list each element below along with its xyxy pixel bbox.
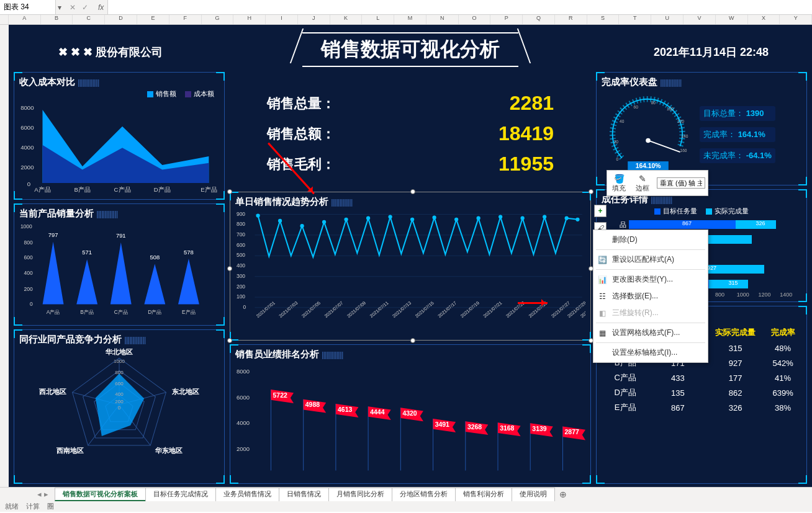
svg-text:4613: 4613 [338, 406, 352, 413]
svg-text:西南地区: 西南地区 [56, 447, 84, 454]
svg-point-85 [575, 218, 579, 221]
chart-trend[interactable]: 9008007006005004003002001000 2021/07/012… [235, 208, 585, 337]
svg-point-72 [300, 224, 304, 228]
svg-point-71 [278, 219, 282, 223]
sheet-tab[interactable]: 业务员销售情况 [215, 488, 279, 501]
fx-label: fx [94, 3, 107, 12]
svg-text:3268: 3268 [467, 424, 482, 430]
context-menu[interactable]: 删除(D) 🔄重设以匹配样式(A) 📊更改图表类型(Y)... ☷选择数据(E)… [593, 230, 708, 363]
svg-text:200: 200 [115, 399, 124, 404]
svg-point-82 [521, 216, 525, 220]
svg-text:60: 60 [634, 105, 639, 109]
chart-radar[interactable]: 华北地区 东北地区 华东地区 西南地区 西北地区 100080060040020… [19, 346, 219, 464]
svg-text:0: 0 [243, 304, 246, 310]
svg-text:100: 100 [667, 107, 674, 111]
th-rate: 完成率 [764, 324, 801, 341]
kpi-value: 11955 [498, 153, 554, 176]
svg-text:0: 0 [30, 301, 33, 307]
svg-point-79 [454, 218, 458, 221]
column-headers[interactable]: ABCDE FGHIJ KLMNO PQRST UVWXY [0, 15, 812, 25]
svg-text:600: 600 [24, 254, 33, 261]
legend-actual: 实际完成量 [715, 207, 749, 216]
svg-text:4444: 4444 [370, 409, 384, 416]
svg-text:0: 0 [616, 157, 618, 161]
svg-text:800: 800 [237, 221, 245, 227]
add-sheet-button[interactable]: ⊕ [554, 489, 572, 499]
ctx-select-data[interactable]: ☷选择数据(E)... [593, 288, 708, 305]
row-gutter[interactable] [0, 25, 9, 487]
name-box-dropdown[interactable]: ▾ [56, 3, 63, 12]
panel-trend-selected[interactable]: 单日销售情况趋势分析 9008007006005004003002001000 … [230, 192, 591, 341]
dashboard: ✖ ✖ ✖ 股份有限公司 销售数据可视化分析 2021年11月14日 22:48… [9, 25, 812, 487]
chart-product-sales[interactable]: 10008006004002000 797571791508578 A产品B产品… [19, 220, 206, 319]
svg-point-73 [322, 220, 326, 224]
svg-point-75 [366, 216, 370, 220]
svg-text:华北地区: 华北地区 [105, 348, 133, 355]
svg-text:0: 0 [118, 405, 121, 411]
svg-text:2877: 2877 [565, 429, 579, 435]
mini-toolbar[interactable]: 🪣填充 ✎边框 [607, 170, 708, 196]
svg-text:1000: 1000 [20, 223, 32, 230]
svg-line-145 [648, 140, 680, 152]
svg-text:160: 160 [680, 148, 687, 153]
svg-text:4320: 4320 [402, 410, 417, 417]
svg-point-77 [410, 218, 414, 221]
svg-text:508: 508 [150, 254, 160, 261]
sheet-tabs[interactable]: ◂ ▸ 销售数据可视化分析案板目标任务完成情况业务员销售情况日销售情况月销售同比… [0, 487, 812, 501]
svg-text:797: 797 [48, 231, 58, 238]
sheet-tab[interactable]: 使用说明 [512, 488, 555, 501]
axis-dropdown[interactable] [657, 177, 705, 189]
table-row: C产品43317741% [602, 370, 801, 385]
svg-text:D产品: D产品 [148, 309, 161, 315]
svg-marker-22 [178, 259, 199, 304]
reset-icon: 🔄 [597, 256, 607, 264]
add-filter-icon[interactable]: + [594, 205, 607, 217]
formula-input[interactable] [107, 0, 812, 14]
panel-title: 完成率仪表盘 [602, 76, 801, 88]
ctx-change-type[interactable]: 📊更改图表类型(Y)... [593, 271, 708, 288]
chart-revenue-cost[interactable]: 80006000400020000 A产品B产品C产品D产品E产品 [19, 100, 232, 193]
ctx-delete[interactable]: 删除(D) [593, 231, 708, 248]
sheet-tab[interactable]: 目标任务完成情况 [145, 488, 216, 501]
border-button[interactable]: ✎边框 [631, 172, 654, 194]
annotation-arrow [518, 302, 548, 304]
svg-text:东北地区: 东北地区 [171, 388, 199, 395]
kpi-label: 销售总量： [267, 94, 335, 113]
svg-text:2021/07/09: 2021/07/09 [346, 300, 367, 319]
svg-text:2021/07/17: 2021/07/17 [436, 300, 458, 319]
sheet-tab[interactable]: 日销售情况 [279, 488, 329, 501]
svg-point-76 [388, 215, 392, 218]
svg-text:600: 600 [115, 381, 124, 386]
chart-ranking[interactable]: 8000600040002000 5722 4988 4613 4444 432… [235, 360, 585, 477]
chart-icon: 📊 [597, 275, 607, 284]
fill-button[interactable]: 🪣填充 [607, 172, 631, 194]
svg-text:2000: 2000 [237, 445, 250, 452]
sheet-tab[interactable]: 分地区销售分析 [392, 488, 456, 501]
kpi-value: 2281 [510, 92, 554, 115]
svg-text:2021/07/01: 2021/07/01 [255, 300, 276, 319]
confirm-icon[interactable]: ✓ [82, 3, 88, 12]
svg-text:100: 100 [237, 293, 245, 300]
svg-point-74 [344, 218, 348, 221]
svg-text:1000: 1000 [114, 359, 125, 364]
legend-sales: 销售额 [156, 89, 176, 99]
legend-target: 目标任务量 [663, 207, 697, 216]
svg-text:200: 200 [24, 286, 33, 292]
panel-competitive: 同行业同产品竞争力分析 华北地区 东北地区 华东地区 西南地区 [14, 329, 225, 484]
svg-text:600: 600 [237, 242, 245, 248]
chart-gauge[interactable]: 020406080100120140160 164.10% 目标完成率 [602, 88, 695, 181]
sheet-tab[interactable]: 销售利润分析 [455, 488, 512, 501]
kpi-label: 销售总额： [267, 125, 335, 143]
svg-text:4000: 4000 [237, 419, 250, 426]
ctx-axis-format[interactable]: 设置坐标轴格式(I)... [593, 344, 708, 361]
name-box[interactable]: 图表 34 [0, 0, 56, 14]
sheet-tab[interactable]: 月销售同比分析 [328, 488, 392, 501]
ctx-gridlines[interactable]: ▦设置网格线格式(F)... [593, 324, 708, 341]
svg-text:571: 571 [82, 249, 92, 256]
ctx-reset[interactable]: 🔄重设以匹配样式(A) [593, 251, 708, 268]
cube-icon: ◧ [597, 309, 607, 318]
ctx-rotate-3d: ◧三维旋转(R)... [593, 305, 708, 321]
sheet-tab[interactable]: 销售数据可视化分析案板 [55, 488, 146, 501]
cancel-icon[interactable]: ✕ [70, 3, 76, 12]
paint-bucket-icon: 🪣 [612, 174, 626, 184]
